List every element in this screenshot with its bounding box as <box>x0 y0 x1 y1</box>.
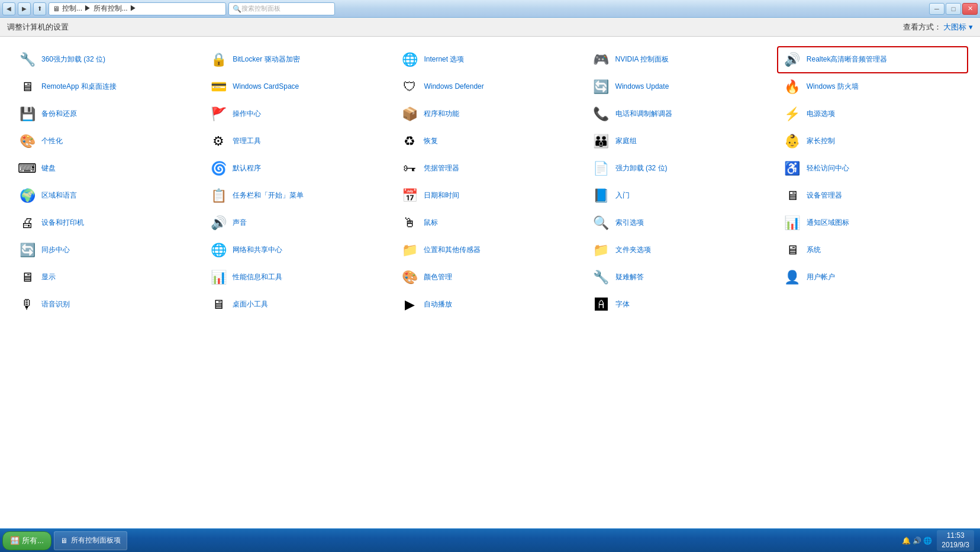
control-panel-item[interactable]: 🎮NVIDIA 控制面板 <box>586 46 777 73</box>
tray-icons[interactable]: 🔔 🔊 🌐 <box>902 537 933 545</box>
control-panel-item[interactable]: 🌀默认程序 <box>203 155 394 182</box>
control-panel-item[interactable]: 🖥系统 <box>777 237 968 264</box>
close-button[interactable]: ✕ <box>962 3 978 15</box>
item-label: Windows Update <box>615 82 669 92</box>
control-panel-item[interactable]: 👤用户帐户 <box>777 264 968 291</box>
control-panel-item[interactable]: 📊性能信息和工具 <box>203 264 394 291</box>
item-label: 电话和调制解调器 <box>615 109 672 119</box>
control-panel-item[interactable]: 🖥RemoteApp 和桌面连接 <box>12 73 203 101</box>
control-panel-item[interactable]: 🔄Windows Update <box>586 73 777 101</box>
item-label: 键盘 <box>41 164 56 173</box>
control-panel-item[interactable]: ♻恢复 <box>394 128 585 155</box>
start-label: 所有... <box>22 535 44 546</box>
control-panel-item[interactable]: 📊通知区域图标 <box>777 209 968 237</box>
control-panel-item[interactable]: 🌍区域和语言 <box>12 182 203 209</box>
back-button[interactable]: ◀ <box>2 2 15 15</box>
search-bar[interactable]: 🔍 搜索控制面板 <box>228 2 335 15</box>
control-panel-item[interactable]: 🔧疑难解答 <box>586 264 777 291</box>
control-panel-item[interactable]: 🖨设备和打印机 <box>12 209 203 237</box>
control-panel-item[interactable]: ⌨键盘 <box>12 155 203 182</box>
control-panel-item[interactable]: 📅日期和时间 <box>394 182 585 209</box>
item-icon: 🚩 <box>209 105 228 124</box>
control-panel-item[interactable]: 🖥桌面小工具 <box>203 291 394 318</box>
item-label: 轻松访问中心 <box>807 164 849 173</box>
control-panel-item[interactable]: 👪家庭组 <box>586 128 777 155</box>
minimize-button[interactable]: ─ <box>929 3 944 15</box>
taskbar-window-item[interactable]: 🖥 所有控制面板项 <box>54 531 127 550</box>
control-panel-item[interactable]: 🎨颜色管理 <box>394 264 585 291</box>
control-panel-item[interactable]: 🗝凭据管理器 <box>394 155 585 182</box>
address-bar[interactable]: 🖥 控制... ▶ 所有控制... ▶ <box>49 2 226 15</box>
up-button[interactable]: ⬆ <box>33 2 46 15</box>
maximize-button[interactable]: □ <box>946 3 961 15</box>
control-panel-item[interactable]: 📘入门 <box>586 182 777 209</box>
control-panel-item[interactable]: 🌐网络和共享中心 <box>203 237 394 264</box>
item-label: 强力卸载 (32 位) <box>615 164 668 173</box>
item-icon: 🔧 <box>592 268 611 287</box>
items-grid: 🔧360强力卸载 (32 位)🔒BitLocker 驱动器加密🌐Internet… <box>12 46 968 318</box>
control-panel-item[interactable]: 🔊Realtek高清晰音频管理器 <box>777 46 968 73</box>
item-icon: 📅 <box>400 186 419 205</box>
item-icon: 📞 <box>592 105 611 124</box>
sub-header: 调整计算机的设置 查看方式： 大图标 ▾ <box>0 18 980 37</box>
item-label: Windows 防火墙 <box>807 82 859 92</box>
clock-time: 11:53 <box>942 531 969 541</box>
item-label: BitLocker 驱动器加密 <box>233 55 299 64</box>
item-label: 疑难解答 <box>615 273 644 282</box>
control-panel-item[interactable]: 📋任务栏和「开始」菜单 <box>203 182 394 209</box>
item-label: 文件夹选项 <box>615 246 651 255</box>
control-panel-item[interactable]: 🅰字体 <box>586 291 777 318</box>
item-icon: 🅰 <box>592 295 611 314</box>
forward-button[interactable]: ▶ <box>18 2 31 15</box>
main-content: 🔧360强力卸载 (32 位)🔒BitLocker 驱动器加密🌐Internet… <box>0 37 980 528</box>
control-panel-item[interactable]: 🖥设备管理器 <box>777 182 968 209</box>
title-bar-left: ◀ ▶ ⬆ 🖥 控制... ▶ 所有控制... ▶ 🔍 搜索控制面板 <box>2 2 929 15</box>
control-panel-item[interactable]: 🔊声音 <box>203 209 394 237</box>
item-label: 区域和语言 <box>41 191 77 201</box>
item-icon: ⌨ <box>18 159 37 178</box>
control-panel-item[interactable]: ♿轻松访问中心 <box>777 155 968 182</box>
start-button[interactable]: 🪟 所有... <box>2 531 51 550</box>
item-icon: 🖥 <box>18 268 37 287</box>
control-panel-item[interactable]: 🔧360强力卸载 (32 位) <box>12 46 203 73</box>
item-label: Windows Defender <box>424 82 483 92</box>
control-panel-item[interactable]: 🎙语音识别 <box>12 291 203 318</box>
control-panel-item[interactable]: 🔥Windows 防火墙 <box>777 73 968 101</box>
item-label: 网络和共享中心 <box>233 246 282 255</box>
sub-header-title: 调整计算机的设置 <box>7 22 69 33</box>
view-mode[interactable]: 大图标 ▾ <box>943 22 973 31</box>
title-bar: ◀ ▶ ⬆ 🖥 控制... ▶ 所有控制... ▶ 🔍 搜索控制面板 ─ □ ✕ <box>0 0 980 18</box>
control-panel-item[interactable]: 👶家长控制 <box>777 128 968 155</box>
control-panel-item[interactable]: 🖥显示 <box>12 264 203 291</box>
control-panel-item[interactable]: 📁位置和其他传感器 <box>394 237 585 264</box>
control-panel-item[interactable]: 🔄同步中心 <box>12 237 203 264</box>
control-panel-item[interactable]: ▶自动播放 <box>394 291 585 318</box>
windows-logo-icon: 🪟 <box>10 536 20 545</box>
control-panel-item[interactable]: 📄强力卸载 (32 位) <box>586 155 777 182</box>
item-label: 系统 <box>807 246 821 255</box>
item-icon: 🗝 <box>400 159 419 178</box>
item-icon: 🔒 <box>209 50 228 69</box>
control-panel-item[interactable]: 🚩操作中心 <box>203 101 394 128</box>
control-panel-item[interactable]: ⚡电源选项 <box>777 101 968 128</box>
control-panel-item[interactable]: 📞电话和调制解调器 <box>586 101 777 128</box>
item-label: RemoteApp 和桌面连接 <box>41 82 117 92</box>
item-label: 显示 <box>41 273 56 282</box>
control-panel-item[interactable]: 🛡Windows Defender <box>394 73 585 101</box>
control-panel-item[interactable]: 💾备份和还原 <box>12 101 203 128</box>
control-panel-item[interactable]: 🖱鼠标 <box>394 209 585 237</box>
control-panel-item[interactable]: 📁文件夹选项 <box>586 237 777 264</box>
taskbar-window-label: 所有控制面板项 <box>71 535 121 545</box>
control-panel-item[interactable]: 🎨个性化 <box>12 128 203 155</box>
control-panel-item[interactable]: 📦程序和功能 <box>394 101 585 128</box>
item-label: 入门 <box>615 191 630 201</box>
item-label: 桌面小工具 <box>233 300 268 309</box>
control-panel-item[interactable]: 🔒BitLocker 驱动器加密 <box>203 46 394 73</box>
item-icon: ♿ <box>783 159 802 178</box>
control-panel-item[interactable]: 🔍索引选项 <box>586 209 777 237</box>
item-icon: 🔊 <box>783 50 802 69</box>
clock[interactable]: 11:53 2019/9/3 <box>937 530 974 551</box>
control-panel-item[interactable]: 💳Windows CardSpace <box>203 73 394 101</box>
control-panel-item[interactable]: ⚙管理工具 <box>203 128 394 155</box>
control-panel-item[interactable]: 🌐Internet 选项 <box>394 46 585 73</box>
